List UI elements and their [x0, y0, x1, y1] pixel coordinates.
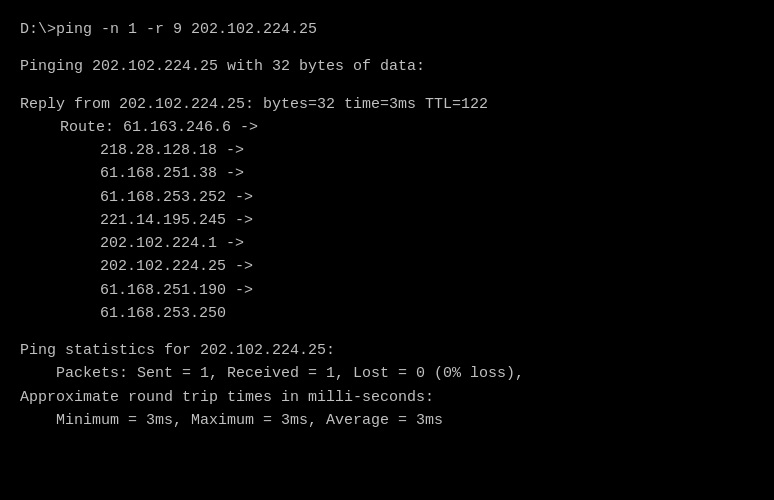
route-hop-4: 202.102.224.1 -> [20, 232, 754, 255]
route-hop-1: 61.168.251.38 -> [20, 162, 754, 185]
route-hop-3: 221.14.195.245 -> [20, 209, 754, 232]
terminal-window: D:\>ping -n 1 -r 9 202.102.224.25 Pingin… [20, 18, 754, 432]
command-line: D:\>ping -n 1 -r 9 202.102.224.25 [20, 18, 754, 41]
pinging-line: Pinging 202.102.224.25 with 32 bytes of … [20, 55, 754, 78]
route-hop-0: 218.28.128.18 -> [20, 139, 754, 162]
times-line: Minimum = 3ms, Maximum = 3ms, Average = … [20, 409, 754, 432]
route-hops: 218.28.128.18 ->61.168.251.38 ->61.168.2… [20, 139, 754, 325]
route-hop-6: 61.168.251.190 -> [20, 279, 754, 302]
route-hop-5: 202.102.224.25 -> [20, 255, 754, 278]
approx-line: Approximate round trip times in milli-se… [20, 386, 754, 409]
packets-line: Packets: Sent = 1, Received = 1, Lost = … [20, 362, 754, 385]
route-hop-2: 61.168.253.252 -> [20, 186, 754, 209]
stats-header: Ping statistics for 202.102.224.25: [20, 339, 754, 362]
reply-line: Reply from 202.102.224.25: bytes=32 time… [20, 93, 754, 116]
route-hop-7: 61.168.253.250 [20, 302, 754, 325]
route-label: Route: 61.163.246.6 -> [20, 116, 754, 139]
